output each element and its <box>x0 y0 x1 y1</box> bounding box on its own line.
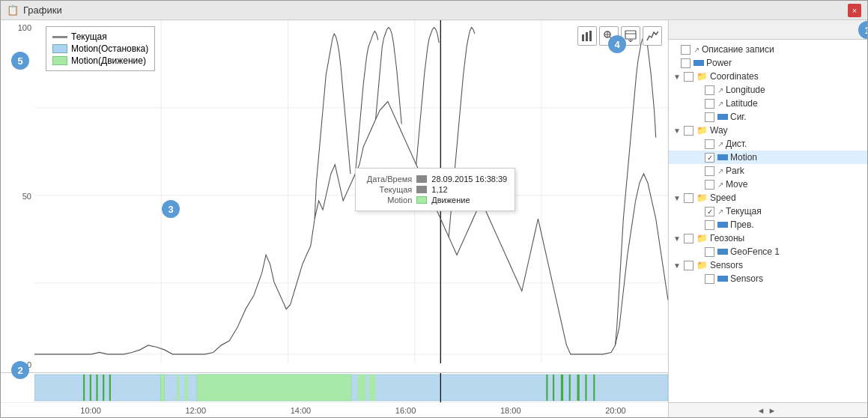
tooltip-date-row: Дата/Время 28.09.2015 16:38:39 <box>363 175 507 184</box>
tree-item-sig[interactable]: Сиг. <box>669 110 867 124</box>
legend-item-move: Motion(Движение) <box>52 55 148 66</box>
tree-item-motion[interactable]: Motion <box>669 151 867 164</box>
label-sig: Сиг. <box>730 112 747 122</box>
checkbox-sensors-folder[interactable] <box>684 261 694 270</box>
checkbox-longitude[interactable] <box>705 85 714 95</box>
icon-sig <box>717 114 728 120</box>
tree-item-geozones-folder[interactable]: ▼ 📁 Геозоны <box>669 231 867 245</box>
checkbox-prev[interactable] <box>705 220 714 230</box>
tree-item-dist[interactable]: ↗ Дист. <box>669 137 867 151</box>
right-panel-scroll[interactable]: ◄ ► <box>669 402 867 417</box>
folder-sensors-icon: 📁 <box>696 260 708 270</box>
legend-color-stop <box>52 44 67 53</box>
tree-item-sensors[interactable]: Sensors <box>669 272 867 285</box>
label-geofence1: GeoFence 1 <box>730 246 780 257</box>
scroll-right-icon[interactable]: ► <box>768 406 777 415</box>
label-latitude: Latitude <box>726 98 758 109</box>
label-speed: Speed <box>710 193 736 203</box>
tree-item-way-folder[interactable]: ▼ 📁 Way <box>669 124 867 137</box>
chart-svg <box>34 20 668 372</box>
tree-container[interactable]: ↗ Описание записи Power ▼ 📁 Coordinates <box>669 40 867 402</box>
svg-rect-31 <box>103 375 104 401</box>
checkbox-park[interactable] <box>705 166 714 176</box>
svg-rect-24 <box>185 375 188 401</box>
xaxis-label-1400: 14:00 <box>248 406 353 415</box>
checkbox-way[interactable] <box>684 126 694 136</box>
main-window: 📋 Графики × Текущая Motion(Остановка) Mo <box>0 0 868 418</box>
tree-item-longitude[interactable]: ↗ Longitude <box>669 83 867 97</box>
icon-power <box>694 60 704 66</box>
svg-rect-26 <box>358 375 366 401</box>
icon-prev <box>717 222 728 228</box>
legend-label-current: Текущая <box>71 31 107 42</box>
expand-way[interactable]: ▼ <box>672 125 682 136</box>
tree-item-speed-folder[interactable]: ▼ 📁 Speed <box>669 191 867 205</box>
checkbox-motion[interactable] <box>705 153 714 163</box>
folder-speed-icon: 📁 <box>696 193 708 203</box>
label-longitude: Longitude <box>726 85 765 95</box>
tree-item-park[interactable]: ↗ Park <box>669 164 867 178</box>
legend-label-move: Motion(Движение) <box>71 55 146 66</box>
checkbox-coordinates[interactable] <box>684 72 694 82</box>
label-motion: Motion <box>730 152 757 163</box>
checkbox-power[interactable] <box>681 58 691 68</box>
svg-rect-25 <box>197 375 351 401</box>
legend-label-stop: Motion(Остановка) <box>71 43 148 54</box>
tree-item-description[interactable]: ↗ Описание записи <box>669 43 867 56</box>
tree-item-power[interactable]: Power <box>669 56 867 70</box>
label-description: Описание записи <box>702 44 774 55</box>
tooltip-current-label: Текущая <box>363 185 412 194</box>
bar-chart-btn[interactable] <box>577 26 597 46</box>
tooltip-date-value: 28.09.2015 16:38:39 <box>431 175 507 184</box>
svg-rect-7 <box>625 31 636 39</box>
tooltip-motion-row: Motion Движение <box>363 196 507 205</box>
expand-speed[interactable]: ▼ <box>672 193 682 203</box>
timeline-bar[interactable] <box>1 372 668 402</box>
svg-rect-29 <box>90 375 91 401</box>
svg-rect-38 <box>585 375 586 401</box>
tooltip-motion-icon <box>416 196 427 204</box>
legend-item-stop: Motion(Остановка) <box>52 43 148 54</box>
checkbox-sensors[interactable] <box>705 274 714 284</box>
checkbox-move[interactable] <box>705 180 714 190</box>
checkbox-sig[interactable] <box>705 112 714 122</box>
label-power: Power <box>706 58 732 68</box>
tooltip-motion-value: Движение <box>431 196 470 205</box>
tree-item-prev[interactable]: Прев. <box>669 218 867 231</box>
svg-rect-35 <box>561 375 563 401</box>
chart-icon: 📋 <box>7 4 19 16</box>
title-bar-left: 📋 Графики <box>7 4 62 16</box>
checkbox-dist[interactable] <box>705 139 714 149</box>
tree-item-sensors-folder[interactable]: ▼ 📁 Sensors <box>669 258 867 272</box>
chart-area: Текущая Motion(Остановка) Motion(Движени… <box>1 20 669 417</box>
tree-item-geofence1[interactable]: GeoFence 1 <box>669 245 867 258</box>
checkbox-speed[interactable] <box>684 193 694 203</box>
checkbox-description[interactable] <box>681 45 691 55</box>
checkbox-latitude[interactable] <box>705 99 714 109</box>
tree-item-current[interactable]: ↗ Текущая <box>669 205 867 218</box>
checkbox-geofence1[interactable] <box>705 247 714 257</box>
xaxis-label-2000: 20:00 <box>563 406 668 415</box>
xaxis-label-1200: 12:00 <box>143 406 248 415</box>
close-button[interactable]: × <box>848 4 861 17</box>
expand-geozones[interactable]: ▼ <box>672 233 682 243</box>
icon-geofence1 <box>717 249 728 255</box>
expand-coordinates[interactable]: ▼ <box>672 71 682 82</box>
right-panel: 1 ↗ Описание записи Power ▼ <box>669 20 867 417</box>
checkbox-geozones[interactable] <box>684 234 694 243</box>
checkbox-current[interactable] <box>705 207 714 216</box>
icon-sensors <box>717 276 728 282</box>
icon-motion <box>717 154 728 160</box>
label-current: Текущая <box>726 206 762 216</box>
tree-item-move[interactable]: ↗ Move <box>669 178 867 191</box>
expand-sensors[interactable]: ▼ <box>672 260 682 270</box>
scroll-left-icon[interactable]: ◄ <box>757 406 765 415</box>
svg-rect-32 <box>109 375 111 401</box>
tree-item-coordinates-folder[interactable]: ▼ 📁 Coordinates <box>669 70 867 83</box>
tooltip-motion-label: Motion <box>363 196 412 205</box>
label-park: Park <box>726 166 744 176</box>
tree-item-latitude[interactable]: ↗ Latitude <box>669 97 867 110</box>
legend-color-current <box>52 36 67 38</box>
line-chart-btn[interactable] <box>643 26 662 46</box>
svg-rect-39 <box>593 375 595 401</box>
